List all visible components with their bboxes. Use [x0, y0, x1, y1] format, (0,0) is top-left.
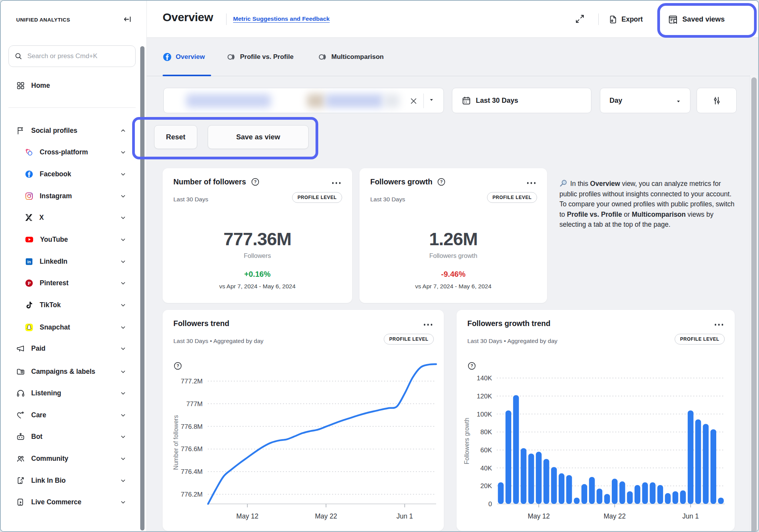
main-content: OverviewProfile vs. ProfileMulticomparis…: [147, 38, 758, 531]
chevron-up-icon[interactable]: [120, 127, 126, 134]
sidebar-item-label: Home: [31, 82, 50, 90]
sidebar-item-cross-platform[interactable]: Cross-platform: [8, 143, 136, 161]
chevron-down-icon[interactable]: [120, 280, 126, 286]
sidebar-item-linkedin[interactable]: inLinkedIn: [8, 252, 136, 271]
x-icon: [25, 213, 33, 222]
chart-card-followers-growth-trend: Followers growth trend?Last 30 Days • Ag…: [457, 310, 735, 531]
metric-suggestions-link[interactable]: Metric Suggestions and Feedback: [233, 15, 330, 22]
export-label: Export: [621, 15, 643, 23]
metric-value: 1.26M: [359, 228, 547, 249]
sidebar-item-x[interactable]: X: [8, 208, 136, 227]
sidebar-item-label: TikTok: [40, 301, 61, 309]
date-range-button[interactable]: Last 30 Days: [452, 88, 591, 113]
card-menu-button[interactable]: [526, 181, 537, 186]
card-menu-button[interactable]: [713, 322, 725, 327]
metric-compare-period: vs Apr 7, 2024 - May 6, 2024: [163, 283, 352, 290]
sidebar-item-snapchat[interactable]: Snapchat: [8, 318, 136, 336]
sidebar-item-live-commerce[interactable]: Live Commerce: [8, 493, 136, 511]
app-window: UNIFIED ANALYTICS Home Social profilesCr…: [0, 0, 759, 532]
headphones-icon: [16, 389, 25, 398]
sidebar-item-label: Pinterest: [40, 279, 69, 287]
svg-text:May 12: May 12: [236, 512, 258, 520]
link-in-bio-icon: [16, 476, 25, 485]
chevron-down-icon[interactable]: [120, 149, 126, 156]
sidebar-item-label: Community: [31, 455, 68, 463]
save-as-view-button[interactable]: Save as view: [208, 125, 309, 149]
svg-text:May 12: May 12: [528, 512, 550, 520]
card-title: Followers growth trend?: [467, 319, 555, 328]
sidebar-item-label: Link In Bio: [31, 477, 65, 485]
sidebar-item-bot[interactable]: Bot: [8, 427, 136, 446]
filter-settings-button[interactable]: [697, 88, 737, 113]
svg-text:60K: 60K: [480, 447, 492, 454]
sidebar-item-label: Snapchat: [40, 323, 70, 331]
tab-profile-vs-profile[interactable]: Profile vs. Profile: [227, 49, 294, 65]
blurred-profile-chip: [307, 94, 325, 108]
sidebar-item-campaigns-labels[interactable]: Campaigns & labels: [8, 362, 136, 381]
chevron-down-icon[interactable]: [120, 345, 126, 352]
search-input[interactable]: [27, 52, 130, 60]
tab-bar: OverviewProfile vs. ProfileMulticomparis…: [147, 38, 758, 76]
tab-label: Multicomparison: [331, 53, 384, 61]
chevron-down-icon[interactable]: [120, 324, 126, 331]
card-menu-button[interactable]: [331, 181, 343, 186]
chevron-down-icon[interactable]: [120, 455, 126, 462]
metric-delta: +0.16%: [163, 270, 352, 279]
line-chart: 776.2M776.4M776.6M776.8M777M777.2MMay 12…: [163, 352, 444, 527]
sidebar-item-listening[interactable]: Listening: [8, 384, 136, 402]
chevron-down-icon[interactable]: [120, 499, 126, 505]
export-button[interactable]: Export: [608, 11, 643, 28]
svg-text:May 22: May 22: [604, 512, 626, 520]
search-box[interactable]: [8, 45, 136, 67]
chevron-down-icon[interactable]: [120, 368, 126, 375]
sidebar-item-care[interactable]: Care: [8, 406, 136, 424]
tab-multicomparison[interactable]: Multicomparison: [318, 49, 384, 65]
profile-level-badge: PROFILE LEVEL: [384, 334, 434, 345]
card-menu-button[interactable]: [422, 322, 434, 327]
youtube-icon: [25, 235, 34, 244]
page-title: Overview: [163, 11, 213, 24]
clear-profile-icon[interactable]: [407, 95, 420, 107]
metric-card-number-of-followers: Number of followers?Last 30 DaysPROFILE …: [163, 168, 352, 303]
chevron-down-icon[interactable]: [120, 193, 126, 199]
chevron-down-icon[interactable]: [120, 477, 126, 484]
sidebar-scrollbar[interactable]: [140, 46, 144, 530]
card-title: Followers growth?: [370, 177, 446, 186]
tab-overview[interactable]: Overview: [163, 49, 205, 65]
granularity-select[interactable]: Day: [600, 88, 690, 113]
card-period: Last 30 Days • Aggregated by day: [173, 338, 264, 345]
collapse-sidebar-button[interactable]: [122, 14, 133, 25]
svg-text:20K: 20K: [480, 482, 492, 490]
sidebar-item-tiktok[interactable]: TikTok: [8, 296, 136, 314]
svg-text:P: P: [28, 281, 31, 286]
sidebar-item-pinterest[interactable]: PPinterest: [8, 274, 136, 292]
sidebar-item-label: Bot: [31, 433, 42, 441]
sidebar-item-instagram[interactable]: Instagram: [8, 187, 136, 205]
saved-views-button[interactable]: Saved views: [668, 10, 725, 28]
sidebar-item-home[interactable]: Home: [8, 76, 136, 95]
profile-caret-icon[interactable]: [429, 97, 435, 103]
sidebar-item-link-in-bio[interactable]: Link In Bio: [8, 471, 136, 490]
sidebar-item-community[interactable]: Community: [8, 449, 136, 468]
svg-text:Jun 1: Jun 1: [682, 512, 699, 520]
chevron-down-icon[interactable]: [120, 302, 126, 308]
expand-button[interactable]: [574, 13, 586, 25]
chevron-down-icon[interactable]: [120, 433, 126, 440]
svg-text:in: in: [27, 259, 31, 264]
chevron-down-icon[interactable]: [120, 412, 126, 418]
chevron-down-icon[interactable]: [120, 390, 126, 396]
svg-text:?: ?: [254, 179, 257, 184]
chevron-down-icon[interactable]: [120, 171, 126, 177]
active-tab-underline: [163, 75, 211, 76]
reset-button[interactable]: Reset: [154, 125, 197, 149]
main-scrollbar[interactable]: [751, 77, 757, 532]
sidebar-item-youtube[interactable]: YouTube: [8, 230, 136, 249]
sidebar-item-social-profiles[interactable]: Social profiles: [8, 121, 136, 140]
chevron-down-icon[interactable]: [120, 258, 126, 265]
svg-text:100K: 100K: [477, 411, 492, 418]
sidebar-item-facebook[interactable]: Facebook: [8, 165, 136, 183]
chevron-down-icon[interactable]: [120, 214, 126, 221]
chevron-down-icon[interactable]: [120, 236, 126, 243]
profile-select[interactable]: [163, 88, 444, 113]
sidebar-item-paid[interactable]: Paid: [8, 339, 136, 358]
